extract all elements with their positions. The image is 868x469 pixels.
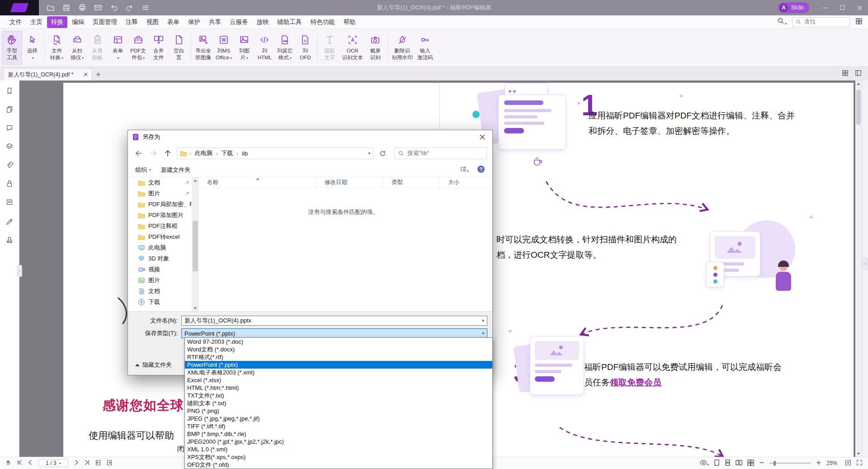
save-icon[interactable] (62, 3, 71, 12)
mail-icon[interactable] (94, 3, 103, 12)
type-option[interactable]: TIFF (*.tiff,*.tif) (185, 422, 492, 430)
menu-tab-features[interactable]: 特色功能 (307, 16, 339, 28)
menu-tab-organize[interactable]: 页面管理 (89, 16, 121, 28)
tree-item-folder[interactable]: PDF注释框 (128, 221, 192, 232)
ribbon-tool-to-other-formats[interactable]: 到其它格式▾ (275, 31, 295, 65)
stamps-icon[interactable] (4, 233, 15, 245)
tree-item-folder[interactable]: PDF添加图片 (128, 210, 192, 221)
tree-item-videos[interactable]: 视频 (128, 264, 192, 275)
column-type[interactable]: 类型 (383, 177, 440, 188)
ribbon-tool-select[interactable]: 选择▾ (22, 31, 42, 65)
type-option[interactable]: Word文档 (*.docx) (185, 346, 492, 353)
type-option[interactable]: XPS文档(*.xps,*.oxps) (185, 453, 492, 461)
zoom-search-dropdown[interactable]: ▾ (777, 17, 787, 27)
single-page-icon[interactable] (714, 460, 720, 467)
up-icon[interactable] (162, 148, 173, 159)
dialog-search-input[interactable]: 搜索"lib" (394, 147, 487, 159)
menu-tab-present[interactable]: 放映 (253, 16, 273, 28)
save-type-combobox[interactable]: PowerPoint (*.pptx) ▾ (181, 328, 487, 338)
tree-item-pictures-pinned[interactable]: 图片 (128, 188, 192, 199)
type-option[interactable]: OFD文件 (*.ofd) (185, 461, 492, 469)
dialog-titlebar[interactable]: 另存为 (128, 130, 492, 144)
page-number-box[interactable]: 1 / 3 ▾ (38, 459, 68, 467)
zoom-in-icon[interactable] (816, 460, 821, 467)
bookmark-icon[interactable] (4, 85, 15, 97)
type-option[interactable]: RTF格式(*.rtf) (185, 353, 492, 361)
zoom-out-icon[interactable] (759, 460, 764, 467)
menu-tab-protect[interactable]: 保护 (184, 16, 204, 28)
help-icon[interactable]: ? (477, 165, 485, 175)
type-option[interactable]: XML电子表格2003 (*.xml) (185, 369, 492, 376)
zoom-level[interactable]: 25% (826, 460, 840, 466)
tree-scrollbar[interactable] (192, 177, 199, 311)
previous-view-icon[interactable] (95, 460, 101, 467)
scrollbar-thumb[interactable] (193, 221, 198, 271)
attachments-icon[interactable] (4, 159, 15, 171)
toolbar-grid-icon[interactable] (855, 18, 863, 27)
breadcrumb-this-pc[interactable]: 此电脑 (193, 148, 214, 158)
security-icon[interactable] (4, 178, 15, 189)
views-icon[interactable]: ▾ (460, 166, 469, 174)
document-tab[interactable]: 新人引导(1)_OCR(4).pdf * (4, 68, 92, 81)
type-option[interactable]: HTML (*.htm;*.html) (185, 384, 492, 392)
next-page-icon[interactable] (73, 460, 79, 467)
scrollbar-thumb[interactable] (856, 90, 861, 125)
ribbon-tool-file-convert[interactable]: 文件转换▾ (47, 31, 67, 65)
type-option-selected[interactable]: PowerPoint (*.pptx) (185, 361, 492, 369)
type-option[interactable]: PNG (*.png) (185, 407, 492, 415)
breadcrumb-downloads[interactable]: 下载 (220, 148, 234, 158)
menu-tab-help[interactable]: 帮助 (340, 16, 360, 28)
ribbon-tool-combine-files[interactable]: 合并文件 (148, 31, 169, 65)
type-option[interactable]: TXT文件(*.txt) (185, 392, 492, 399)
file-list[interactable]: 名称 修改日期 类型 大小 没有与搜索条件匹配的项。 (199, 177, 488, 311)
tree-item-folder[interactable]: PDF转excel (128, 232, 192, 242)
scroll-down-icon[interactable] (192, 305, 199, 311)
new-tab-button[interactable] (92, 68, 104, 81)
scroll-up-icon[interactable] (855, 81, 862, 87)
fields-icon[interactable] (4, 196, 15, 208)
combo-caret-icon[interactable]: ▾ (482, 318, 484, 323)
type-option[interactable]: JPEG2000 (*.jpf,*.jpx,*.jp2,*.j2k,*.jpc) (185, 438, 492, 445)
ribbon-tool-to-image[interactable]: 到图片▾ (234, 31, 255, 65)
tree-item-documents[interactable]: 文档 (128, 286, 192, 297)
menu-tab-edit[interactable]: 编辑 (68, 16, 88, 28)
ribbon-tool-ocr-text[interactable]: A OCR识别文本 (340, 31, 365, 65)
menu-tab-home[interactable]: 主页 (26, 16, 47, 28)
last-page-icon[interactable] (84, 460, 90, 467)
file-name-input[interactable]: 新人引导(1)_OCR(4).pptx ▾ (181, 316, 487, 326)
prev-page-icon[interactable] (28, 460, 33, 467)
first-page-icon[interactable] (17, 460, 23, 467)
claim-free-membership-link[interactable]: 领取免费会员 (610, 378, 661, 387)
vertical-scrollbar[interactable] (855, 81, 862, 457)
address-bar[interactable]: › 此电脑 › 下载 › lib ▾ (177, 147, 373, 159)
tree-item-downloads[interactable]: 下载 (128, 297, 192, 308)
combo-caret-icon[interactable]: ▾ (482, 331, 484, 336)
menu-tab-file[interactable]: 文件 (5, 16, 26, 28)
view-mode-icon[interactable]: ▾ (700, 460, 709, 467)
ribbon-tool-from-scanner[interactable]: 从扫描仪▾ (67, 31, 87, 65)
tree-item-folder[interactable]: PDF局部加密、F (128, 199, 192, 210)
hand-icon[interactable] (5, 460, 12, 467)
menu-tab-share[interactable]: 共享 (205, 16, 225, 28)
find-input[interactable]: 查找 (792, 17, 850, 27)
redo-icon[interactable] (125, 3, 134, 12)
fullscreen-icon[interactable] (856, 460, 863, 467)
ribbon-tool-remove-watermark[interactable]: 删除识别用水印 (390, 31, 415, 65)
tree-item-documents-pinned[interactable]: 文档 (128, 177, 192, 188)
minimize-button[interactable] (816, 0, 834, 15)
facing-continuous-icon[interactable] (747, 460, 754, 467)
address-dropdown-icon[interactable]: ▾ (368, 151, 370, 156)
ribbon-tool-export-all-images[interactable]: 导出全部图像 (193, 31, 213, 65)
left-panel-collapse-handle[interactable]: ‹ (17, 265, 22, 277)
type-option[interactable]: 辅助文本 (*.txt) (185, 399, 492, 407)
fit-page-icon[interactable] (845, 460, 851, 467)
scroll-up-icon[interactable] (192, 177, 199, 184)
comments-icon[interactable] (4, 122, 15, 134)
type-option[interactable]: XML 1.0 (*.xml) (185, 445, 492, 453)
tab-close-icon[interactable] (84, 71, 88, 78)
next-view-icon[interactable] (106, 460, 113, 467)
menu-tab-form[interactable]: 表单 (163, 16, 184, 28)
organize-button[interactable]: 组织▾ (135, 166, 151, 174)
ribbon-tool-form[interactable]: 表单▾ (108, 31, 128, 65)
breadcrumb-lib[interactable]: lib (241, 149, 249, 158)
